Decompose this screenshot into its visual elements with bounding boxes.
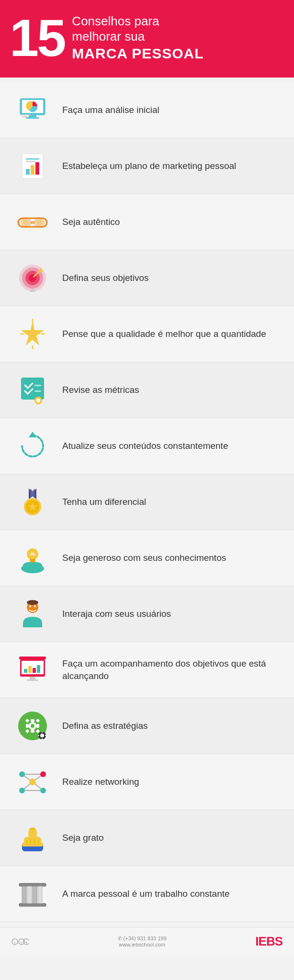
strategy-icon bbox=[13, 707, 52, 745]
svg-rect-103 bbox=[19, 903, 46, 906]
svg-point-92 bbox=[19, 788, 25, 793]
svg-rect-5 bbox=[22, 114, 31, 115]
svg-point-36 bbox=[36, 399, 40, 402]
svg-rect-104 bbox=[22, 886, 26, 903]
item-text-9: Seja generoso com seus conhecimentos bbox=[62, 552, 281, 564]
svg-point-48 bbox=[27, 548, 38, 560]
list-item: Revise as métricas bbox=[0, 362, 294, 418]
svg-rect-11 bbox=[26, 158, 39, 160]
svg-rect-71 bbox=[26, 724, 29, 728]
networking-icon bbox=[13, 763, 52, 801]
svg-rect-62 bbox=[33, 668, 36, 673]
svg-point-91 bbox=[40, 771, 46, 777]
header: 15 Conselhos para melhorar sua MARCA PES… bbox=[0, 0, 294, 78]
header-text: Conselhos para melhorar sua MARCA PESSOA… bbox=[72, 13, 204, 63]
header-line2: melhorar sua bbox=[72, 29, 204, 45]
footer: c c ● ✆ (+34) 931 833 199 www.iebschool.… bbox=[0, 927, 294, 956]
svg-point-78 bbox=[40, 734, 44, 737]
item-text-5: Pense que a qualidade é melhor que a qua… bbox=[62, 328, 281, 340]
svg-rect-65 bbox=[27, 679, 38, 681]
grateful-icon bbox=[13, 819, 52, 857]
svg-rect-57 bbox=[19, 657, 46, 659]
list-item: A marca pessoal é um trabalho constante bbox=[0, 866, 294, 922]
metrics-icon bbox=[13, 371, 52, 409]
svg-point-68 bbox=[31, 724, 34, 728]
svg-rect-61 bbox=[28, 666, 32, 673]
item-text-3: Seja autêntico bbox=[62, 216, 281, 228]
svg-rect-37 bbox=[37, 397, 39, 399]
list-item: Defina as estratégias bbox=[0, 698, 294, 754]
svg-rect-34 bbox=[34, 390, 41, 392]
footer-cc: c c ● bbox=[11, 938, 29, 945]
svg-rect-12 bbox=[26, 161, 35, 162]
svg-rect-18 bbox=[31, 221, 34, 224]
svg-rect-107 bbox=[38, 886, 42, 903]
item-text-7: Atualize seus conteúdos constantemente bbox=[62, 440, 281, 452]
objectives-icon bbox=[13, 259, 52, 297]
item-text-11: Faça um acompanhamento dos objetivos que… bbox=[62, 657, 281, 682]
svg-rect-69 bbox=[31, 719, 34, 722]
svg-point-90 bbox=[19, 771, 25, 777]
svg-text:●: ● bbox=[25, 940, 28, 945]
list-item: Estabeleça um plano de marketing pessoal bbox=[0, 138, 294, 194]
svg-rect-39 bbox=[34, 400, 36, 401]
list-item: Seja autêntico bbox=[0, 194, 294, 250]
item-text-6: Revise as métricas bbox=[62, 384, 281, 396]
footer-phone: ✆ (+34) 931 833 199 bbox=[118, 935, 167, 942]
svg-text:c: c bbox=[14, 940, 16, 945]
svg-point-55 bbox=[34, 605, 36, 607]
svg-rect-10 bbox=[35, 162, 39, 175]
svg-rect-3 bbox=[26, 117, 39, 119]
footer-website: www.iebschool.com bbox=[118, 942, 167, 947]
item-text-14: Seja grato bbox=[62, 832, 281, 844]
constant-icon bbox=[13, 875, 52, 913]
svg-rect-105 bbox=[27, 886, 32, 903]
item-text-13: Realize networking bbox=[62, 776, 281, 788]
svg-rect-38 bbox=[37, 402, 39, 404]
svg-point-17 bbox=[36, 220, 42, 225]
svg-point-16 bbox=[23, 220, 29, 225]
list-item: Faça uma análise inicial bbox=[0, 82, 294, 138]
svg-rect-49 bbox=[30, 559, 35, 561]
generous-icon bbox=[13, 539, 52, 577]
svg-point-89 bbox=[29, 779, 36, 785]
svg-point-93 bbox=[40, 788, 46, 793]
item-text-4: Defina seus objetivos bbox=[62, 272, 281, 284]
list-item: Seja generoso com seus conhecimentos bbox=[0, 530, 294, 586]
svg-rect-9 bbox=[31, 165, 34, 175]
items-container: Faça uma análise inicial Estabeleça um p… bbox=[0, 78, 294, 927]
item-text-12: Defina as estratégias bbox=[62, 720, 281, 732]
list-item: Defina seus objetivos bbox=[0, 250, 294, 306]
item-text-10: Interaja com seus usuários bbox=[62, 608, 281, 620]
svg-rect-72 bbox=[36, 724, 39, 728]
header-line1: Conselhos para bbox=[72, 13, 204, 29]
quality-icon bbox=[13, 315, 52, 353]
svg-rect-60 bbox=[24, 669, 27, 673]
update-icon bbox=[13, 427, 52, 465]
svg-rect-50 bbox=[30, 561, 35, 562]
header-number: 15 bbox=[10, 11, 64, 64]
svg-rect-64 bbox=[30, 677, 35, 679]
svg-rect-33 bbox=[34, 385, 41, 386]
header-line3: MARCA PESSOAL bbox=[72, 45, 204, 63]
tracking-icon bbox=[13, 651, 52, 689]
svg-marker-41 bbox=[29, 432, 36, 437]
item-text-1: Faça uma análise inicial bbox=[62, 104, 281, 116]
footer-contact: ✆ (+34) 931 833 199 www.iebschool.com bbox=[118, 935, 167, 947]
list-item: Tenha um diferencial bbox=[0, 474, 294, 530]
svg-rect-40 bbox=[40, 400, 42, 401]
svg-point-56 bbox=[27, 600, 38, 605]
svg-rect-8 bbox=[26, 169, 30, 175]
list-item: Faça um acompanhamento dos objetivos que… bbox=[0, 642, 294, 698]
item-text-8: Tenha um diferencial bbox=[62, 496, 281, 508]
list-item: Interaja com seus usuários bbox=[0, 586, 294, 642]
svg-rect-102 bbox=[19, 883, 46, 886]
list-item: Realize networking bbox=[0, 754, 294, 810]
svg-rect-63 bbox=[37, 665, 40, 673]
footer-logo: IEBS bbox=[255, 934, 283, 949]
item-text-2: Estabeleça um plano de marketing pessoal bbox=[62, 160, 281, 172]
list-item: Pense que a qualidade é melhor que a qua… bbox=[0, 306, 294, 362]
svg-marker-43 bbox=[31, 489, 34, 498]
authentic-icon bbox=[13, 203, 52, 241]
svg-rect-106 bbox=[33, 886, 37, 903]
